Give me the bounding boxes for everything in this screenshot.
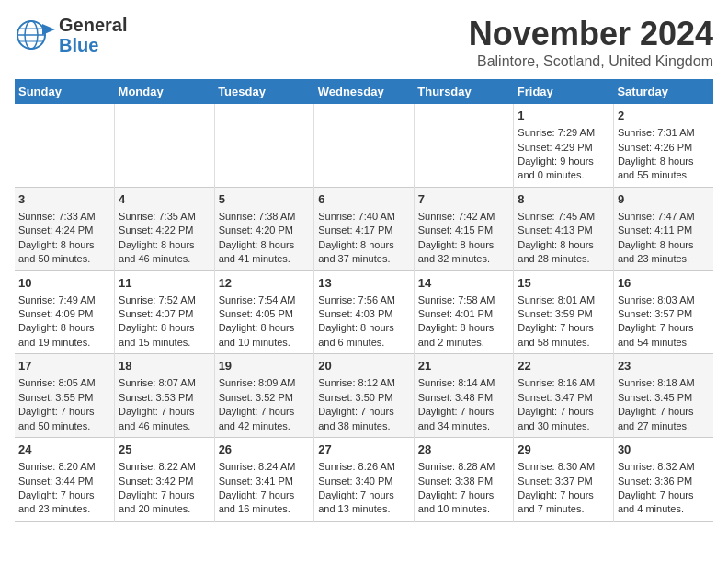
daylight-text: Daylight: 7 hours and 4 minutes. [618, 488, 710, 517]
sunset-text: Sunset: 3:59 PM [518, 307, 609, 321]
calendar-cell: 1Sunrise: 7:29 AMSunset: 4:29 PMDaylight… [514, 104, 614, 187]
sunset-text: Sunset: 4:17 PM [318, 224, 410, 237]
daylight-text: Daylight: 8 hours and 2 minutes. [418, 321, 510, 350]
daylight-text: Daylight: 8 hours and 28 minutes. [518, 238, 609, 267]
sunset-text: Sunset: 4:26 PM [618, 141, 710, 155]
daylight-text: Daylight: 8 hours and 55 minutes. [618, 155, 710, 183]
calendar-cell: 2Sunrise: 7:31 AMSunset: 4:26 PMDaylight… [613, 104, 713, 187]
calendar-table: SundayMondayTuesdayWednesdayThursdayFrid… [15, 79, 713, 522]
day-number: 14 [418, 275, 510, 292]
daylight-text: Daylight: 7 hours and 23 minutes. [18, 488, 110, 517]
sunset-text: Sunset: 4:01 PM [418, 307, 510, 321]
daylight-text: Daylight: 9 hours and 0 minutes. [518, 155, 609, 183]
sunrise-text: Sunrise: 8:26 AM [318, 460, 410, 474]
day-number: 7 [418, 191, 510, 208]
calendar-cell: 16Sunrise: 8:03 AMSunset: 3:57 PMDayligh… [613, 270, 713, 354]
daylight-text: Daylight: 7 hours and 54 minutes. [618, 321, 710, 350]
calendar-cell: 7Sunrise: 7:42 AMSunset: 4:15 PMDaylight… [414, 187, 514, 270]
day-number: 25 [119, 442, 210, 458]
sunrise-text: Sunrise: 8:09 AM [219, 376, 311, 390]
daylight-text: Daylight: 8 hours and 10 minutes. [219, 321, 311, 350]
daylight-text: Daylight: 8 hours and 19 minutes. [18, 321, 110, 350]
sunrise-text: Sunrise: 8:30 AM [518, 460, 609, 474]
day-number: 30 [618, 442, 710, 458]
daylight-text: Daylight: 7 hours and 10 minutes. [418, 488, 510, 517]
daylight-text: Daylight: 7 hours and 50 minutes. [18, 405, 110, 433]
page-title: November 2024 [469, 15, 713, 53]
day-number: 13 [318, 275, 410, 292]
header-sunday: Sunday [15, 79, 115, 104]
daylight-text: Daylight: 7 hours and 20 minutes. [119, 488, 210, 517]
day-number: 8 [518, 191, 609, 208]
sunrise-text: Sunrise: 8:14 AM [418, 376, 510, 390]
sunrise-text: Sunrise: 7:52 AM [119, 293, 210, 307]
calendar-cell: 30Sunrise: 8:32 AMSunset: 3:36 PMDayligh… [613, 438, 713, 522]
daylight-text: Daylight: 7 hours and 58 minutes. [518, 321, 609, 350]
daylight-text: Daylight: 8 hours and 46 minutes. [119, 238, 210, 267]
day-number: 11 [119, 275, 210, 292]
header-monday: Monday [115, 79, 215, 104]
logo-line1: General [59, 15, 127, 35]
sunset-text: Sunset: 4:11 PM [618, 224, 710, 237]
calendar-cell: 20Sunrise: 8:12 AMSunset: 3:50 PMDayligh… [314, 354, 415, 438]
day-number: 1 [518, 108, 609, 124]
calendar-cell: 11Sunrise: 7:52 AMSunset: 4:07 PMDayligh… [115, 270, 215, 354]
calendar-cell: 9Sunrise: 7:47 AMSunset: 4:11 PMDaylight… [613, 187, 713, 270]
daylight-text: Daylight: 7 hours and 38 minutes. [318, 405, 410, 433]
sunset-text: Sunset: 3:41 PM [219, 475, 311, 488]
calendar-cell: 13Sunrise: 7:56 AMSunset: 4:03 PMDayligh… [314, 270, 415, 354]
calendar-cell [15, 104, 115, 187]
daylight-text: Daylight: 8 hours and 37 minutes. [318, 238, 410, 267]
daylight-text: Daylight: 8 hours and 50 minutes. [18, 238, 110, 267]
sunrise-text: Sunrise: 8:05 AM [18, 376, 110, 390]
sunset-text: Sunset: 4:13 PM [518, 224, 609, 237]
sunrise-text: Sunrise: 7:49 AM [18, 293, 110, 307]
sunrise-text: Sunrise: 7:58 AM [418, 293, 510, 307]
day-number: 24 [18, 442, 110, 458]
daylight-text: Daylight: 8 hours and 23 minutes. [618, 238, 710, 267]
sunrise-text: Sunrise: 7:31 AM [618, 126, 710, 140]
day-number: 15 [518, 275, 609, 292]
calendar-cell: 26Sunrise: 8:24 AMSunset: 3:41 PMDayligh… [214, 438, 314, 522]
calendar-cell: 15Sunrise: 8:01 AMSunset: 3:59 PMDayligh… [514, 270, 614, 354]
calendar-cell: 24Sunrise: 8:20 AMSunset: 3:44 PMDayligh… [15, 438, 115, 522]
calendar-cell: 8Sunrise: 7:45 AMSunset: 4:13 PMDaylight… [514, 187, 614, 270]
day-number: 22 [518, 358, 609, 374]
calendar-cell: 19Sunrise: 8:09 AMSunset: 3:52 PMDayligh… [214, 354, 314, 438]
sunrise-text: Sunrise: 8:32 AM [618, 460, 710, 474]
sunrise-text: Sunrise: 8:28 AM [418, 460, 510, 474]
header-thursday: Thursday [414, 79, 514, 104]
logo-line2: Blue [59, 35, 127, 55]
calendar-cell: 10Sunrise: 7:49 AMSunset: 4:09 PMDayligh… [15, 270, 115, 354]
header-wednesday: Wednesday [314, 79, 415, 104]
day-number: 6 [318, 191, 410, 208]
calendar-cell: 6Sunrise: 7:40 AMSunset: 4:17 PMDaylight… [314, 187, 415, 270]
calendar-cell: 22Sunrise: 8:16 AMSunset: 3:47 PMDayligh… [514, 354, 614, 438]
calendar-cell: 3Sunrise: 7:33 AMSunset: 4:24 PMDaylight… [15, 187, 115, 270]
calendar-cell: 14Sunrise: 7:58 AMSunset: 4:01 PMDayligh… [414, 270, 514, 354]
daylight-text: Daylight: 8 hours and 32 minutes. [418, 238, 510, 267]
sunset-text: Sunset: 4:09 PM [18, 307, 110, 321]
sunset-text: Sunset: 3:42 PM [119, 475, 210, 488]
sunrise-text: Sunrise: 7:42 AM [418, 210, 510, 224]
sunset-text: Sunset: 3:44 PM [18, 475, 110, 488]
sunset-text: Sunset: 3:53 PM [119, 391, 210, 405]
daylight-text: Daylight: 8 hours and 6 minutes. [318, 321, 410, 350]
calendar-cell: 17Sunrise: 8:05 AMSunset: 3:55 PMDayligh… [15, 354, 115, 438]
calendar-cell [414, 104, 514, 187]
day-number: 12 [219, 275, 311, 292]
sunrise-text: Sunrise: 8:03 AM [618, 293, 710, 307]
day-number: 5 [219, 191, 311, 208]
sunset-text: Sunset: 3:57 PM [618, 307, 710, 321]
calendar-cell: 5Sunrise: 7:38 AMSunset: 4:20 PMDaylight… [214, 187, 314, 270]
sunrise-text: Sunrise: 7:29 AM [518, 126, 609, 140]
day-number: 19 [219, 358, 311, 374]
calendar-cell: 21Sunrise: 8:14 AMSunset: 3:48 PMDayligh… [414, 354, 514, 438]
sunrise-text: Sunrise: 7:54 AM [219, 293, 311, 307]
daylight-text: Daylight: 7 hours and 34 minutes. [418, 405, 510, 433]
calendar-cell [214, 104, 314, 187]
sunrise-text: Sunrise: 8:01 AM [518, 293, 609, 307]
header-friday: Friday [514, 79, 614, 104]
sunrise-text: Sunrise: 7:45 AM [518, 210, 609, 224]
sunset-text: Sunset: 4:24 PM [18, 224, 110, 237]
